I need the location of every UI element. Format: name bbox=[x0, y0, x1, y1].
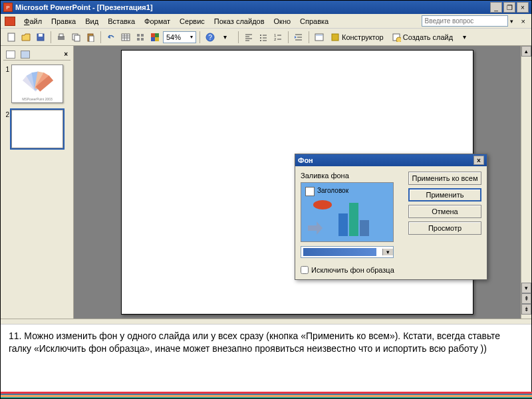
designer-label: Конструктор bbox=[342, 33, 384, 41]
panel-tabs: × bbox=[3, 49, 70, 61]
workspace: × 1 MSPowerPoint 2003 bbox=[1, 46, 531, 319]
slide-canvas[interactable]: Фон × Заливка фона Заголовок bbox=[121, 50, 473, 315]
new-slide-button[interactable]: Создать слайд bbox=[388, 31, 456, 44]
dialog-titlebar[interactable]: Фон × bbox=[295, 154, 487, 166]
edit-area: Фон × Заливка фона Заголовок bbox=[74, 46, 521, 319]
svg-rect-19 bbox=[155, 33, 159, 37]
cancel-button[interactable]: Отмена bbox=[408, 205, 481, 218]
svg-rect-14 bbox=[137, 34, 140, 37]
slide-1-number: 1 bbox=[3, 65, 11, 73]
slide-thumb-2-row: 2 bbox=[3, 110, 70, 148]
doc-close-button[interactable]: × bbox=[519, 17, 527, 25]
minimize-button[interactable]: _ bbox=[490, 2, 502, 13]
color-dropdown-icon[interactable]: ▾ bbox=[382, 249, 393, 255]
slide-2-number: 2 bbox=[3, 110, 11, 118]
app-icon: P bbox=[3, 3, 13, 12]
menu-insert[interactable]: Вставка bbox=[103, 16, 140, 27]
zoom-combo[interactable]: 54%▾ bbox=[163, 31, 196, 43]
slides-tab-icon[interactable] bbox=[21, 51, 30, 59]
background-dialog: Фон × Заливка фона Заголовок bbox=[295, 154, 487, 280]
notes-divider[interactable] bbox=[1, 319, 531, 324]
print-icon[interactable] bbox=[55, 31, 68, 44]
designer-button[interactable]: Конструктор bbox=[327, 31, 387, 44]
svg-rect-0 bbox=[8, 33, 15, 41]
window-controls: _ ❐ × bbox=[490, 2, 529, 13]
fill-color-dropdown[interactable]: ▾ bbox=[301, 246, 394, 258]
bullets-icon[interactable] bbox=[257, 31, 270, 44]
preview-bar-icon bbox=[349, 203, 358, 236]
zoom-dropdown-icon[interactable]: ▾ bbox=[190, 34, 193, 40]
dropdown-icon[interactable]: ▾ bbox=[508, 18, 515, 25]
svg-rect-18 bbox=[151, 33, 155, 37]
indent-icon[interactable] bbox=[292, 31, 305, 44]
exclude-master-label: Исключить фон образца bbox=[311, 266, 394, 274]
grid-icon[interactable] bbox=[134, 31, 147, 44]
svg-point-30 bbox=[260, 37, 261, 39]
preview-title-label: Заголовок bbox=[317, 187, 348, 194]
restore-button[interactable]: ❐ bbox=[503, 2, 515, 13]
scroll-down-icon[interactable]: ▾ bbox=[521, 283, 531, 293]
paste-icon[interactable] bbox=[84, 31, 97, 44]
slide-thumb-1[interactable]: MSPowerPoint 2003 bbox=[11, 65, 63, 103]
outline-tab-icon[interactable] bbox=[6, 51, 15, 59]
dialog-close-icon[interactable]: × bbox=[473, 156, 484, 165]
menu-slideshow[interactable]: Показ слайдов bbox=[209, 16, 269, 27]
color-swatch bbox=[303, 248, 376, 256]
open-icon[interactable] bbox=[19, 31, 33, 44]
zoom-value: 54% bbox=[166, 33, 181, 41]
exclude-master-checkbox[interactable] bbox=[301, 266, 309, 274]
exclude-master-row: Исключить фон образца bbox=[295, 263, 487, 279]
table-icon[interactable] bbox=[119, 31, 132, 44]
slide-panel: × 1 MSPowerPoint 2003 bbox=[1, 46, 74, 319]
numbered-icon[interactable]: 12 bbox=[271, 31, 285, 44]
menu-help[interactable]: Справка bbox=[295, 16, 333, 27]
prev-slide-icon[interactable]: ⇞ bbox=[521, 293, 531, 304]
preview-button[interactable]: Просмотр bbox=[408, 221, 481, 235]
dialog-title: Фон bbox=[298, 156, 313, 164]
doc-icon bbox=[5, 17, 15, 26]
slide-thumb-2[interactable] bbox=[11, 110, 63, 148]
svg-point-32 bbox=[260, 40, 261, 41]
new-slide-label: Создать слайд bbox=[403, 33, 453, 41]
apply-button[interactable]: Применить bbox=[408, 188, 481, 201]
svg-rect-9 bbox=[122, 34, 130, 41]
more-icon[interactable]: ▾ bbox=[218, 31, 231, 44]
svg-rect-15 bbox=[141, 34, 144, 37]
next-slide-icon[interactable]: ⇟ bbox=[521, 304, 531, 315]
save-icon[interactable] bbox=[34, 31, 47, 44]
menu-edit[interactable]: Правка bbox=[47, 16, 80, 27]
menu-view[interactable]: Вид bbox=[80, 16, 103, 27]
preview-bar-icon bbox=[360, 220, 369, 236]
svg-rect-43 bbox=[332, 34, 338, 41]
svg-rect-8 bbox=[89, 36, 94, 42]
svg-point-28 bbox=[260, 35, 261, 36]
align-left-icon[interactable] bbox=[242, 31, 255, 44]
apply-all-button[interactable]: Применить ко всем bbox=[408, 172, 481, 185]
scroll-up-icon[interactable]: ▴ bbox=[521, 46, 531, 57]
color-icon[interactable] bbox=[148, 31, 162, 44]
help-search-input[interactable] bbox=[422, 15, 508, 27]
slide-thumb-1-row: 1 MSPowerPoint 2003 bbox=[3, 65, 70, 103]
menu-file-label: айл bbox=[29, 17, 42, 25]
menu-window[interactable]: Окно bbox=[269, 16, 296, 27]
svg-rect-20 bbox=[151, 37, 155, 41]
fill-group-label: Заливка фона bbox=[301, 172, 403, 180]
panel-close-icon[interactable]: × bbox=[64, 51, 68, 58]
menu-format[interactable]: Формат bbox=[140, 16, 175, 27]
preview-cube-icon bbox=[305, 187, 315, 196]
thumb1-caption: MSPowerPoint 2003 bbox=[12, 97, 63, 101]
svg-rect-6 bbox=[74, 35, 80, 41]
layout-icon[interactable] bbox=[313, 31, 326, 44]
instruction-text: 11. Можно изменить фон у одного слайда и… bbox=[1, 324, 531, 360]
copy-icon[interactable] bbox=[69, 31, 82, 44]
toolbar-more-icon[interactable]: ▾ bbox=[458, 31, 471, 44]
close-button[interactable]: × bbox=[517, 2, 529, 13]
vertical-scrollbar[interactable]: ▴ ▾ ⇞ ⇟ bbox=[521, 46, 531, 319]
undo-icon[interactable] bbox=[104, 31, 118, 44]
svg-text:2: 2 bbox=[274, 37, 277, 41]
menu-file[interactable]: Файл bbox=[19, 16, 47, 27]
new-icon[interactable] bbox=[5, 31, 18, 44]
window-title: Microsoft PowerPoint - [Презентация1] bbox=[15, 3, 490, 11]
help-icon[interactable]: ? bbox=[203, 31, 217, 44]
menu-service[interactable]: Сервис bbox=[175, 16, 209, 27]
